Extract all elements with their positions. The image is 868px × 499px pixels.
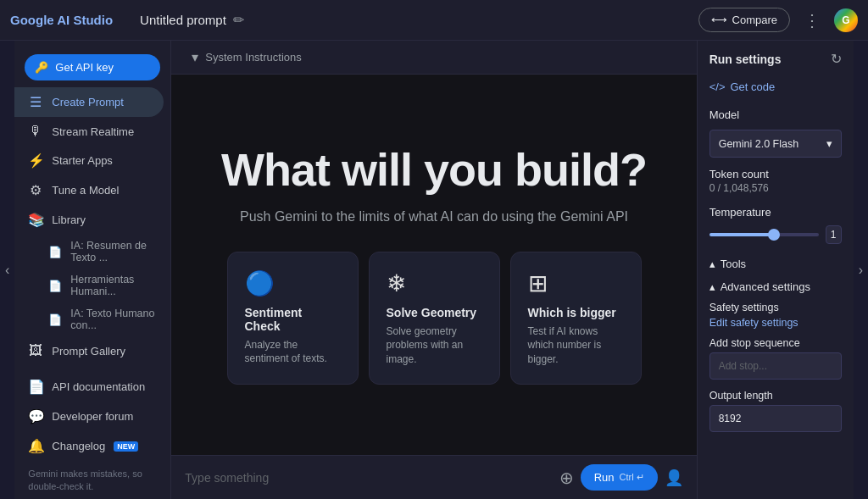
token-count-value: 0 / 1,048,576 [709,182,842,194]
prompt-input[interactable] [185,471,552,485]
output-length-value[interactable]: 8192 [709,405,842,432]
sentiment-icon: 🔵 [245,269,341,297]
temperature-slider-row: 1 [709,225,842,244]
temperature-label: Temperature [709,206,842,219]
footer-disclaimer: Gemini makes mistakes, so double-check i… [14,461,170,499]
geometry-icon: ❄ [387,269,482,297]
tools-label: Tools [721,258,746,270]
system-instructions-bar[interactable]: ▾ System Instructions [171,41,696,75]
stop-sequence-label: Add stop sequence [698,334,854,352]
token-count-label: Token count [709,168,842,180]
more-options-button[interactable]: ⋮ [797,7,827,34]
hero-title: What will you build? [221,145,647,195]
model-chevron-icon: ▾ [826,137,832,150]
bigger-icon: ⊞ [528,269,624,297]
model-value: Gemini 2.0 Flash [719,138,798,150]
stop-placeholder: Add stop... [719,360,767,372]
prompt-title: Untitled prompt [140,13,226,27]
hero-section: What will you build? Push Gemini to the … [171,75,696,455]
sidebar-item-create-prompt[interactable]: ☰ Create Prompt [14,87,164,117]
card-desc-geometry: Solve geometry problems with an image. [387,324,482,367]
card-sentiment-check[interactable]: 🔵 Sentiment Check Analyze the sentiment … [227,252,359,385]
avatar[interactable]: G [834,8,858,32]
cards-row: 🔵 Sentiment Check Analyze the sentiment … [227,252,642,385]
create-prompt-icon: ☰ [28,94,43,110]
card-title-geometry: Solve Geometry [387,306,482,319]
card-desc-sentiment: Analyze the sentiment of texts. [245,338,341,367]
system-instructions-label: System Instructions [205,51,301,64]
safety-settings-label: Safety settings [709,302,842,313]
sidebar-item-api-documentation[interactable]: 📄 API documentation [14,372,164,402]
forum-icon: 💬 [28,408,43,424]
run-label: Run [594,471,615,484]
advanced-settings-header[interactable]: ▴ Advanced settings [698,275,854,298]
model-section-label: Model [698,103,854,126]
card-solve-geometry[interactable]: ❄ Solve Geometry Solve geometry problems… [369,252,500,385]
compare-button[interactable]: ⟷ Compare [698,8,790,32]
tools-chevron-icon: ▴ [709,258,715,270]
safety-settings-section: Safety settings Edit safety settings [698,298,854,334]
edit-title-icon[interactable]: ✏ [233,12,244,28]
sidebar-item-developer-forum[interactable]: 💬 Developer forum [14,402,164,431]
sidebar-sub-item-ia-resumen[interactable]: 📄 IA: Resumen de Texto ... [14,235,170,269]
stop-sequence-input[interactable]: Add stop... [709,352,842,380]
doc-icon-1: 📄 [48,246,62,258]
new-badge: NEW [114,441,138,452]
stream-icon: 🎙 [28,124,43,139]
sidebar-item-changelog[interactable]: 🔔 Changelog NEW [14,431,164,461]
code-icon: </> [709,80,726,93]
edit-safety-link[interactable]: Edit safety settings [709,317,842,329]
temperature-value: 1 [826,225,842,244]
nav-right-arrow[interactable]: › [854,41,868,499]
changelog-icon: 🔔 [28,438,43,454]
advanced-chevron-icon: ▴ [709,280,715,293]
model-selector[interactable]: Gemini 2.0 Flash ▾ [709,130,842,158]
sidebar-item-library[interactable]: 📚 Library [14,205,164,235]
add-content-button[interactable]: ⊕ [559,468,574,488]
run-settings-title: Run settings [709,53,782,66]
token-count-section: Token count 0 / 1,048,576 [698,164,854,202]
card-title-bigger: Which is bigger [528,306,624,319]
library-icon: 📚 [28,212,43,228]
temperature-section: Temperature 1 [698,202,854,252]
temperature-slider[interactable] [709,233,819,236]
api-doc-icon: 📄 [28,379,43,395]
input-bar: ⊕ Run Ctrl ↵ 👤 [171,455,696,499]
sidebar-sub-item-ia-texto[interactable]: 📄 IA: Texto Humano con... [14,302,170,336]
card-title-sentiment: Sentiment Check [245,306,341,333]
sidebar-item-prompt-gallery[interactable]: 🖼 Prompt Gallery [14,336,164,365]
sidebar-sub-item-herramientas[interactable]: 📄 Herramientas Humani... [14,269,170,302]
run-button[interactable]: Run Ctrl ↵ [581,464,658,491]
sidebar-bottom: 📄 API documentation 💬 Developer forum 🔔 … [14,365,170,499]
key-icon: 🔑 [35,61,48,74]
compare-icon: ⟷ [711,14,727,26]
person-button[interactable]: 👤 [665,469,683,487]
right-panel-header: Run settings ↻ [698,51,854,77]
right-panel: Run settings ↻ </> Get code Model Gemini… [697,41,854,499]
tune-icon: ⚙ [28,182,43,198]
output-length-label: Output length [698,386,854,405]
get-api-key-button[interactable]: 🔑 Get API key [25,54,160,80]
nav-left-arrow[interactable]: ‹ [0,41,14,499]
card-which-bigger[interactable]: ⊞ Which is bigger Test if AI knows which… [510,252,642,385]
app-logo: Google AI Studio [10,13,113,27]
advanced-settings-label: Advanced settings [721,280,810,293]
doc-icon-2: 📄 [48,280,62,292]
prompt-title-area: Untitled prompt ✏ [140,12,698,28]
gallery-icon: 🖼 [28,343,43,358]
starter-apps-icon: ⚡ [28,152,43,169]
get-code-link[interactable]: </> Get code [698,77,854,103]
run-shortcut: Ctrl ↵ [620,472,644,483]
topbar: Google AI Studio Untitled prompt ✏ ⟷ Com… [0,0,868,41]
refresh-icon[interactable]: ↻ [831,51,842,67]
tools-section-header[interactable]: ▴ Tools [698,252,854,275]
sidebar-item-starter-apps[interactable]: ⚡ Starter Apps [14,146,164,175]
sidebar-item-tune-model[interactable]: ⚙ Tune a Model [14,175,164,205]
system-instructions-chevron: ▾ [192,49,198,65]
main-layout: ‹ 🔑 Get API key ☰ Create Prompt 🎙 Stream… [0,41,868,499]
doc-icon-3: 📄 [48,313,62,326]
topbar-actions: ⟷ Compare ⋮ G [698,7,858,34]
card-desc-bigger: Test if AI knows which number is bigger. [528,324,624,367]
sidebar-item-stream-realtime[interactable]: 🎙 Stream Realtime [14,117,164,146]
content-area: ▾ System Instructions What will you buil… [171,41,696,499]
